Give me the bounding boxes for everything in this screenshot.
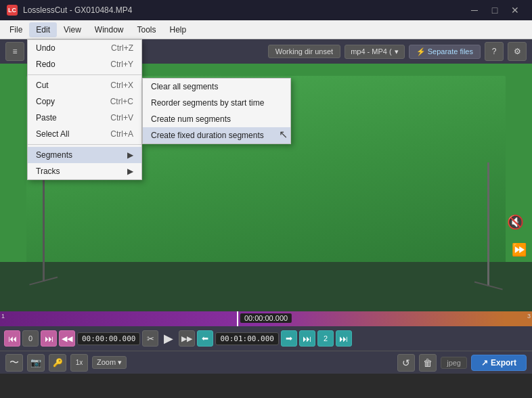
hamburger-button[interactable]: ≡ bbox=[5, 42, 24, 61]
export-label: Export bbox=[491, 358, 516, 368]
tracks-label: Tracks bbox=[36, 167, 60, 176]
multiplier-display: 1x bbox=[70, 354, 88, 372]
current-time-display: 00:00:00.000 bbox=[77, 332, 140, 345]
separate-files-button[interactable]: ⚡ Separate files bbox=[409, 45, 481, 59]
end-time-display: 00:01:00.000 bbox=[215, 332, 278, 345]
copy-label: Copy bbox=[36, 97, 55, 106]
working-dir-button[interactable]: Working dir unset bbox=[268, 45, 340, 58]
key-button[interactable]: 🔑 bbox=[49, 354, 66, 372]
zoom-arrow-icon: ▾ bbox=[118, 358, 122, 366]
create-num-label: Create num segments bbox=[151, 114, 231, 124]
bottom-bar: 〜 📷 🔑 1x Zoom ▾ ↺ 🗑 jpeg ↗ Export bbox=[0, 351, 532, 374]
cut-shortcut: Ctrl+X bbox=[110, 81, 133, 90]
menu-bar: File Edit View Window Tools Help bbox=[0, 20, 532, 39]
create-fixed-duration-segments[interactable]: Create fixed duration segments bbox=[143, 127, 290, 143]
menu-paste[interactable]: Paste Ctrl+V bbox=[28, 110, 141, 126]
cut-label: Cut bbox=[36, 81, 49, 90]
undo-label: Undo bbox=[36, 43, 56, 53]
reorder-label: Reorder segments by start time bbox=[151, 98, 264, 108]
clear-all-segments[interactable]: Clear all segments bbox=[143, 79, 290, 95]
point-out-button[interactable]: ➡ bbox=[281, 330, 297, 347]
window-controls: ─ □ ✕ bbox=[464, 0, 525, 20]
tracks-arrow-icon: ▶ bbox=[127, 167, 133, 176]
skip-to-start-button[interactable]: ⏮ bbox=[4, 330, 20, 347]
menu-select-all[interactable]: Select All Ctrl+A bbox=[28, 126, 141, 142]
timeline[interactable]: 1 2 3 00:00:00.000 bbox=[0, 311, 532, 326]
format-button[interactable]: mp4 - MP4 ( ▾ bbox=[345, 45, 405, 59]
undo-shortcut: Ctrl+Z bbox=[111, 43, 133, 53]
menu-view[interactable]: View bbox=[57, 22, 88, 37]
title-bar: LC LosslessCut - GX010484.MP4 ─ □ ✕ bbox=[0, 0, 532, 20]
menu-redo[interactable]: Redo Ctrl+Y bbox=[28, 56, 141, 72]
settings-button[interactable]: ⚙ bbox=[508, 42, 527, 61]
format-label: jpeg bbox=[441, 357, 467, 369]
divider-2 bbox=[28, 144, 141, 145]
segments-label: Segments bbox=[36, 150, 72, 160]
timeline-current-time: 00:00:00.000 bbox=[240, 313, 292, 323]
next-segment-button[interactable]: ⏭ bbox=[299, 330, 315, 347]
floor bbox=[0, 262, 532, 311]
menu-help[interactable]: Help bbox=[163, 22, 194, 37]
format-label: mp4 - MP4 ( bbox=[351, 47, 392, 56]
scissors-button[interactable]: ✂ bbox=[142, 330, 158, 347]
screenshot-button[interactable]: 📷 bbox=[27, 354, 45, 372]
redo-label: Redo bbox=[36, 60, 56, 69]
help-button[interactable]: ? bbox=[485, 42, 504, 61]
timeline-cursor bbox=[237, 311, 238, 326]
create-fixed-label: Create fixed duration segments bbox=[151, 131, 264, 140]
menu-copy[interactable]: Copy Ctrl+C bbox=[28, 93, 141, 110]
segment-number: 2 bbox=[317, 330, 334, 347]
volume-icon[interactable]: 🔇 bbox=[507, 214, 524, 230]
timeline-marker-3: 3 bbox=[527, 313, 531, 319]
clear-all-label: Clear all segments bbox=[151, 82, 218, 91]
zoom-label: Zoom bbox=[97, 358, 116, 366]
rewind-button[interactable]: ↺ bbox=[397, 354, 415, 372]
play-pause-button[interactable]: ▶ bbox=[160, 330, 177, 347]
timeline-marker-1: 1 bbox=[1, 313, 5, 319]
waveform-button[interactable]: 〜 bbox=[5, 354, 23, 372]
divider-1 bbox=[28, 74, 141, 75]
fast-forward-icon[interactable]: ⏩ bbox=[512, 242, 527, 257]
select-all-shortcut: Ctrl+A bbox=[110, 129, 133, 139]
delete-button[interactable]: 🗑 bbox=[419, 354, 437, 372]
select-all-label: Select All bbox=[36, 129, 69, 139]
light-stand-right bbox=[487, 162, 489, 286]
export-button[interactable]: ↗ Export bbox=[471, 355, 527, 371]
paste-shortcut: Ctrl+V bbox=[110, 113, 133, 123]
format-arrow-icon: ▾ bbox=[395, 47, 399, 56]
menu-tools[interactable]: Tools bbox=[131, 22, 163, 37]
reorder-segments[interactable]: Reorder segments by start time bbox=[143, 95, 290, 111]
menu-segments[interactable]: Segments ▶ bbox=[28, 147, 141, 163]
frame-counter: 0 bbox=[22, 330, 39, 347]
menu-cut[interactable]: Cut Ctrl+X bbox=[28, 77, 141, 93]
redo-shortcut: Ctrl+Y bbox=[110, 60, 133, 69]
tripod-left bbox=[43, 170, 45, 282]
menu-tracks[interactable]: Tracks ▶ bbox=[28, 163, 141, 179]
edit-menu: Undo Ctrl+Z Redo Ctrl+Y Cut Ctrl+X Copy … bbox=[27, 39, 142, 180]
minimize-button[interactable]: ─ bbox=[464, 0, 485, 20]
export-icon: ↗ bbox=[481, 358, 488, 368]
segments-submenu: Clear all segments Reorder segments by s… bbox=[142, 78, 291, 144]
app-icon: LC bbox=[7, 5, 18, 16]
menu-edit[interactable]: Edit bbox=[29, 22, 57, 37]
create-num-segments[interactable]: Create num segments bbox=[143, 111, 290, 127]
segments-arrow-icon: ▶ bbox=[127, 150, 133, 160]
window-title: LosslessCut - GX010484.MP4 bbox=[23, 5, 459, 15]
paste-label: Paste bbox=[36, 113, 57, 123]
menu-undo[interactable]: Undo Ctrl+Z bbox=[28, 40, 141, 56]
menu-window[interactable]: Window bbox=[88, 22, 131, 37]
close-button[interactable]: ✕ bbox=[505, 0, 525, 20]
prev-segment-button[interactable]: ⏭ bbox=[41, 330, 57, 347]
zoom-select[interactable]: Zoom ▾ bbox=[92, 356, 127, 369]
point-in-button[interactable]: ⬅ bbox=[197, 330, 213, 347]
next-frame-button[interactable]: ▶▶ bbox=[179, 330, 195, 347]
playback-controls: ⏮ 0 ⏭ ◀◀ 00:00:00.000 ✂ ▶ ▶▶ ⬅ 00:01:00.… bbox=[0, 326, 532, 351]
maximize-button[interactable]: □ bbox=[485, 0, 505, 20]
menu-file[interactable]: File bbox=[3, 22, 29, 37]
skip-to-end-button[interactable]: ⏭ bbox=[336, 330, 352, 347]
copy-shortcut: Ctrl+C bbox=[110, 97, 133, 106]
prev-frame-button[interactable]: ◀◀ bbox=[59, 330, 75, 347]
